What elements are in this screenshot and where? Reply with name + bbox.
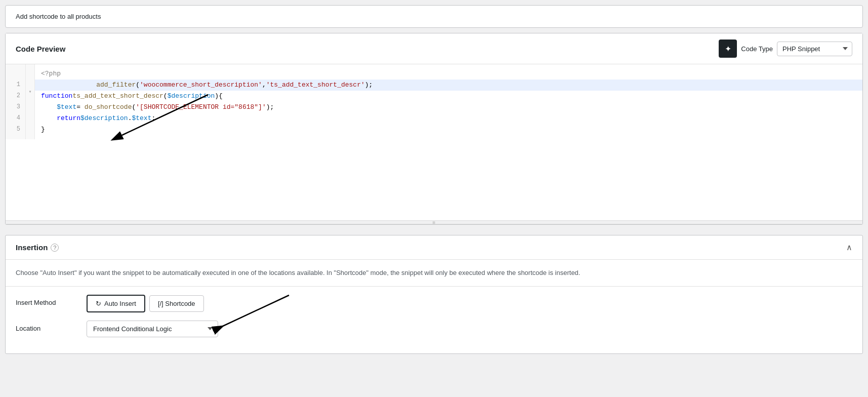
line-num-1: 1 <box>6 80 25 91</box>
code-line-1: add_filter('woocommerce_short_descriptio… <box>35 80 862 91</box>
top-bar: Add shortcode to all products <box>5 5 863 28</box>
code-line-3: $text = do_shortcode('[SHORTCODE_ELEMENT… <box>41 102 856 113</box>
line-numbers: 1 2 3 4 5 <box>6 64 26 139</box>
fold-marker-4 <box>26 109 34 120</box>
fold-marker-3 <box>26 98 34 109</box>
insert-method-control: ↻ Auto Insert [/] Shortcode <box>87 295 852 312</box>
fold-marker-5 <box>26 120 34 131</box>
code-line-2: function ts_add_text_short_descr($descri… <box>41 91 856 102</box>
auto-insert-icon: ↻ <box>96 300 101 307</box>
resize-icon: ≡ <box>433 220 436 225</box>
insert-method-label: Insert Method <box>16 295 87 306</box>
code-preview-title: Code Preview <box>16 45 65 53</box>
auto-insert-label: Auto Insert <box>104 300 136 307</box>
collapse-button[interactable]: ∧ <box>846 243 852 252</box>
line-num-2: 2 <box>6 91 25 102</box>
top-bar-label: Add shortcode to all products <box>16 13 101 20</box>
code-line-4: return $description.$text; <box>41 113 856 124</box>
line-num-4: 4 <box>6 113 25 124</box>
insertion-section: Insertion ? ∧ Choose "Auto Insert" if yo… <box>5 235 863 354</box>
code-preview-header: Code Preview ✦ Code Type PHP Snippet HTM… <box>6 33 862 64</box>
fold-marker-2[interactable]: ▾ <box>26 87 34 98</box>
code-blank-space <box>6 139 862 220</box>
line-num-5: 5 <box>6 124 25 135</box>
resize-handle[interactable]: ≡ <box>6 220 862 224</box>
auto-insert-button[interactable]: ↻ Auto Insert <box>87 295 145 312</box>
code-editor-inner: 1 2 3 4 5 ▾ <?php <box>6 64 862 139</box>
location-label: Location <box>16 321 87 332</box>
insertion-fields: Insert Method ↻ Auto Insert [/] Shortcod… <box>6 287 862 353</box>
fold-marker-php <box>26 64 34 75</box>
code-type-label: Code Type <box>741 45 773 53</box>
insertion-title: Insertion <box>16 243 48 252</box>
line-num-3: 3 <box>6 102 25 113</box>
page-wrapper: Add shortcode to all products Code Previ… <box>0 0 868 397</box>
insertion-description: Choose "Auto Insert" if you want the sni… <box>6 260 862 287</box>
line-num-php <box>6 68 25 80</box>
shortcode-button[interactable]: [/] Shortcode <box>149 295 204 312</box>
fold-gutter: ▾ <box>26 64 35 139</box>
add-code-button[interactable]: ✦ <box>719 39 737 58</box>
plus-icon: ✦ <box>725 44 731 54</box>
fold-marker-1 <box>26 75 34 87</box>
shortcode-label: [/] Shortcode <box>158 300 195 307</box>
code-type-area: ✦ Code Type PHP Snippet HTML Snippet CSS… <box>719 39 852 58</box>
insert-method-row: Insert Method ↻ Auto Insert [/] Shortcod… <box>16 295 852 312</box>
insertion-header: Insertion ? ∧ <box>6 235 862 260</box>
location-control: Frontend Conditional Logic Run Everywher… <box>87 321 852 337</box>
code-editor: 1 2 3 4 5 ▾ <?php <box>6 64 862 220</box>
spacer <box>5 225 863 230</box>
code-line-5: } <box>41 124 856 135</box>
insertion-title-row: Insertion ? <box>16 243 59 252</box>
code-preview-section: Code Preview ✦ Code Type PHP Snippet HTM… <box>5 33 863 225</box>
location-row: Location Frontend Conditional Logic Run … <box>16 321 852 337</box>
location-select[interactable]: Frontend Conditional Logic Run Everywher… <box>87 321 218 337</box>
help-icon[interactable]: ? <box>51 244 59 252</box>
code-content[interactable]: <?php add_filter('woocommerce_short_desc… <box>35 64 862 139</box>
code-type-select[interactable]: PHP Snippet HTML Snippet CSS Snippet Jav… <box>777 42 852 56</box>
